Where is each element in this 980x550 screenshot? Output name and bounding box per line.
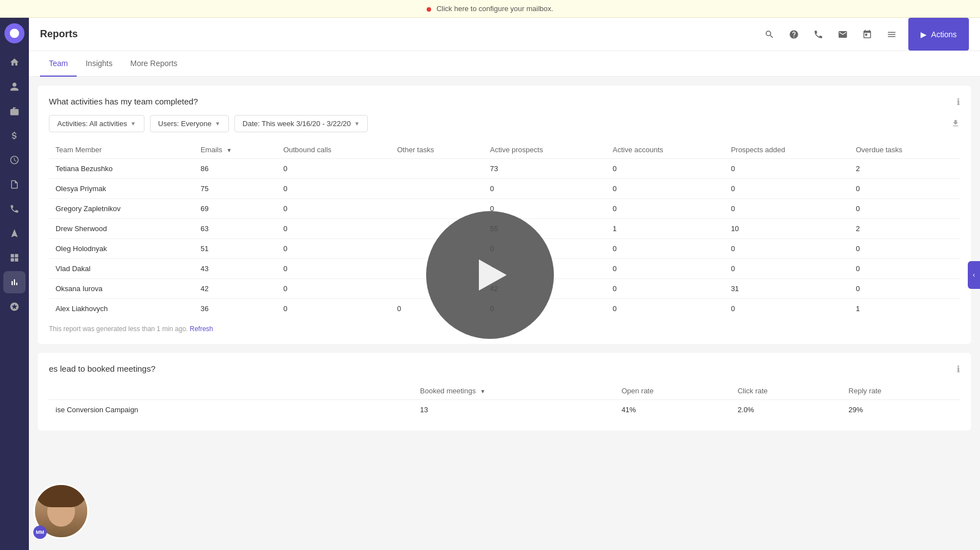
notification-text: Click here to configure your mailbox. — [437, 4, 553, 13]
cell-active-accounts: 0 — [606, 259, 724, 279]
sidebar-item-chart[interactable] — [3, 271, 26, 293]
right-panel-toggle[interactable]: ‹ — [968, 261, 980, 289]
cell-other-tasks — [391, 159, 483, 179]
col-active-prospects: Active prospects — [483, 141, 606, 159]
cell-outbound-calls: 0 — [277, 179, 391, 199]
date-filter[interactable]: Date: This week 3/16/20 - 3/22/20 ▼ — [234, 115, 368, 132]
cell-emails: 51 — [194, 239, 277, 259]
cell-outbound-calls: 0 — [277, 199, 391, 219]
cell-open-rate: 41% — [615, 400, 731, 420]
activities-filter-chevron: ▼ — [131, 121, 136, 127]
table-header-row: Team Member Emails ▼ Outbound calls Othe… — [49, 141, 960, 159]
tab-insights[interactable]: Insights — [77, 51, 121, 77]
cell-outbound-calls: 0 — [277, 239, 391, 259]
cell-emails: 86 — [194, 159, 277, 179]
cell-emails: 69 — [194, 199, 277, 219]
help-icon[interactable] — [786, 27, 802, 42]
sidebar-item-contacts[interactable] — [3, 76, 26, 98]
cell-overdue-tasks: 1 — [849, 299, 961, 319]
cell-name: Drew Sherwood — [49, 219, 194, 239]
cell-campaign-name: ise Conversion Campaign — [49, 400, 413, 420]
sidebar-item-clock[interactable] — [3, 149, 26, 171]
sidebar-item-briefcase[interactable] — [3, 100, 26, 122]
calendar-icon[interactable] — [859, 27, 875, 42]
cell-overdue-tasks: 0 — [849, 259, 961, 279]
cell-outbound-calls: 0 — [277, 159, 391, 179]
page-title: Reports — [40, 28, 762, 40]
col-booked-meetings[interactable]: Booked meetings ▼ — [413, 382, 615, 400]
cell-name: Vlad Dakal — [49, 259, 194, 279]
cell-active-prospects: 0 — [483, 179, 606, 199]
table-row: Tetiana Bezushko 86 0 73 0 0 2 — [49, 159, 960, 179]
cell-active-prospects: 73 — [483, 159, 606, 179]
email-report-info-icon[interactable]: ℹ — [957, 364, 960, 374]
notification-bar[interactable]: Click here to configure your mailbox. — [0, 0, 980, 18]
cell-click-rate: 2.0% — [731, 400, 842, 420]
col-campaign-name — [49, 382, 413, 400]
search-icon[interactable] — [762, 27, 777, 42]
cell-emails: 63 — [194, 219, 277, 239]
actions-button[interactable]: ▶ Actions — [908, 18, 969, 51]
cell-prospects-added: 0 — [724, 299, 849, 319]
cell-active-accounts: 0 — [606, 179, 724, 199]
sidebar-item-navigation[interactable] — [3, 222, 26, 244]
team-report-title: What activities has my team completed? — [49, 97, 960, 106]
sidebar-item-dollar[interactable] — [3, 124, 26, 147]
header-icons — [762, 27, 899, 42]
menu-icon[interactable] — [884, 27, 899, 42]
col-overdue-tasks: Overdue tasks — [849, 141, 961, 159]
col-outbound-calls: Outbound calls — [277, 141, 391, 159]
avatar-initials-badge: MM — [33, 526, 47, 539]
cell-active-accounts: 1 — [606, 219, 724, 239]
sidebar-item-document[interactable] — [3, 173, 26, 196]
cell-emails: 75 — [194, 179, 277, 199]
cell-outbound-calls: 0 — [277, 219, 391, 239]
cell-prospects-added: 0 — [724, 239, 849, 259]
col-prospects-added: Prospects added — [724, 141, 849, 159]
cell-active-accounts: 0 — [606, 159, 724, 179]
email-icon[interactable] — [835, 27, 851, 42]
users-filter[interactable]: Users: Everyone ▼ — [150, 115, 229, 132]
col-team-member: Team Member — [49, 141, 194, 159]
cell-other-tasks — [391, 179, 483, 199]
cell-overdue-tasks: 0 — [849, 179, 961, 199]
col-open-rate: Open rate — [615, 382, 731, 400]
cell-overdue-tasks: 0 — [849, 239, 961, 259]
sidebar-item-phone[interactable] — [3, 198, 26, 220]
col-emails[interactable]: Emails ▼ — [194, 141, 277, 159]
date-filter-chevron: ▼ — [354, 121, 360, 127]
cell-active-accounts: 0 — [606, 299, 724, 319]
actions-label: Actions — [931, 30, 957, 39]
team-report-download-icon[interactable] — [951, 119, 960, 130]
refresh-link[interactable]: Refresh — [189, 325, 213, 333]
tab-team[interactable]: Team — [40, 51, 77, 77]
sidebar-item-home[interactable] — [3, 51, 26, 73]
activities-filter[interactable]: Activities: All activities ▼ — [49, 115, 144, 132]
cell-name: Oleg Holodnyak — [49, 239, 194, 259]
cell-prospects-added: 0 — [724, 199, 849, 219]
team-report-info-icon[interactable]: ℹ — [957, 97, 960, 107]
cell-reply-rate: 29% — [842, 400, 960, 420]
tab-more-reports[interactable]: More Reports — [121, 51, 186, 77]
cell-emails: 42 — [194, 279, 277, 299]
email-report-section: es lead to booked meetings? ℹ Booked mee… — [38, 353, 971, 431]
svg-point-0 — [10, 29, 19, 38]
email-table-header-row: Booked meetings ▼ Open rate Click rate R… — [49, 382, 960, 400]
col-active-accounts: Active accounts — [606, 141, 724, 159]
sidebar-item-grid[interactable] — [3, 247, 26, 269]
play-icon — [479, 259, 507, 291]
tabs-nav: Team Insights More Reports — [29, 51, 980, 77]
cell-emails: 43 — [194, 259, 277, 279]
phone-icon[interactable] — [811, 27, 826, 42]
cell-outbound-calls: 0 — [277, 259, 391, 279]
video-overlay[interactable] — [426, 211, 554, 339]
cell-prospects-added: 31 — [724, 279, 849, 299]
sidebar-item-star[interactable] — [3, 296, 26, 318]
cell-overdue-tasks: 2 — [849, 159, 961, 179]
cell-outbound-calls: 0 — [277, 279, 391, 299]
emails-sort-icon: ▼ — [227, 147, 232, 153]
cell-name: Tetiana Bezushko — [49, 159, 194, 179]
app-logo[interactable] — [4, 23, 24, 43]
cell-name: Oksana Iurova — [49, 279, 194, 299]
users-filter-chevron: ▼ — [215, 121, 221, 127]
